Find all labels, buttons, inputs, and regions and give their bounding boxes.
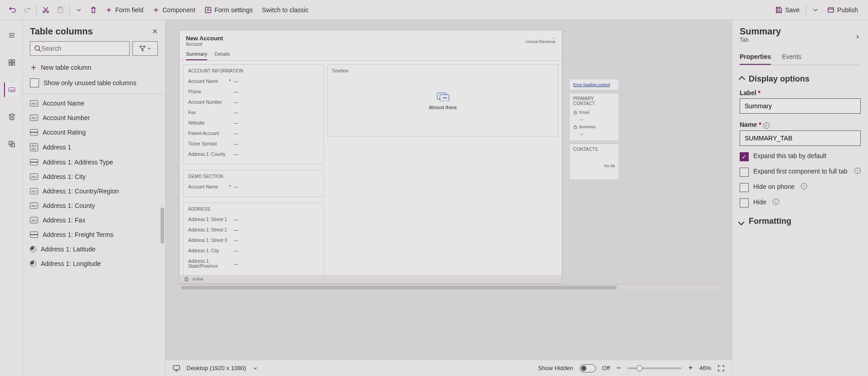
undo-button[interactable] bbox=[5, 4, 20, 16]
publish-button[interactable]: Publish bbox=[823, 4, 863, 16]
field-label: Address 1: City bbox=[188, 248, 229, 253]
expand-default-checkbox[interactable]: ✓ bbox=[740, 152, 749, 161]
form-header-more[interactable]: ... bbox=[525, 35, 556, 39]
form-preview[interactable]: New Account Account ... Annual Revenue S… bbox=[179, 30, 562, 284]
column-item[interactable]: AbcAddress 1: Fax bbox=[23, 213, 165, 227]
form-field[interactable]: Address 1: City--- bbox=[188, 246, 319, 256]
name-input[interactable] bbox=[740, 130, 861, 146]
zoom-out-button[interactable]: − bbox=[616, 363, 621, 373]
hide-phone-checkbox[interactable] bbox=[740, 183, 749, 192]
hide-phone-row[interactable]: Hide on phone i bbox=[740, 183, 861, 192]
section-display-options[interactable]: Display options bbox=[740, 74, 861, 84]
search-input-wrapper[interactable] bbox=[30, 41, 130, 56]
scrollbar-thumb[interactable] bbox=[161, 207, 164, 244]
zoom-value: 46% bbox=[699, 365, 711, 371]
expand-first-checkbox[interactable] bbox=[740, 168, 749, 177]
close-panel-button[interactable]: ✕ bbox=[152, 27, 158, 36]
field-value: --- bbox=[234, 141, 238, 146]
collapse-props-icon[interactable] bbox=[854, 34, 861, 40]
add-component-button[interactable]: Component bbox=[148, 4, 200, 16]
form-field[interactable]: Address 1: Street 3--- bbox=[188, 235, 319, 246]
column-list[interactable]: AbcAccount NameAbcAccount NumberAccount … bbox=[23, 94, 165, 376]
column-item[interactable]: Address 1: Address Type bbox=[23, 155, 165, 169]
column-item[interactable]: AbcAccount Number bbox=[23, 111, 165, 125]
rail-hamburger[interactable] bbox=[4, 28, 19, 43]
label-input[interactable] bbox=[740, 98, 861, 114]
add-form-field-button[interactable]: Form field bbox=[101, 4, 148, 16]
hide-checkbox[interactable] bbox=[740, 198, 749, 207]
column-item[interactable]: AbcAddress 1: City bbox=[23, 169, 165, 184]
rail-components[interactable] bbox=[4, 55, 19, 70]
info-icon[interactable]: i bbox=[854, 168, 861, 174]
column-item[interactable]: Address 1: Longitude bbox=[23, 256, 165, 271]
section-address[interactable]: ADDRESS Address 1: Street 1---Address 1:… bbox=[183, 202, 324, 276]
canvas-status-bar: Desktop (1920 x 1080) Show Hidden Off − … bbox=[166, 360, 732, 376]
field-value: --- bbox=[234, 152, 238, 157]
save-chevron[interactable] bbox=[808, 4, 823, 16]
form-settings-button[interactable]: Form settings bbox=[200, 4, 258, 16]
search-input[interactable] bbox=[41, 45, 126, 52]
info-icon[interactable]: i bbox=[801, 183, 807, 189]
form-field[interactable]: Parent Account--- bbox=[188, 128, 319, 139]
form-field[interactable]: Website--- bbox=[188, 118, 319, 128]
section-account-info[interactable]: ACCOUNT INFORMATION Account Name*---Phon… bbox=[183, 64, 324, 164]
error-link[interactable]: Error loading control bbox=[573, 82, 610, 87]
side-card-error[interactable]: Error loading control bbox=[569, 79, 619, 90]
zoom-slider[interactable] bbox=[627, 367, 682, 369]
paste-button[interactable] bbox=[53, 4, 68, 16]
zoom-in-button[interactable]: + bbox=[688, 363, 693, 373]
column-item[interactable]: Abc defAddress 1 bbox=[23, 140, 165, 155]
delete-button[interactable] bbox=[86, 4, 101, 16]
show-unused-checkbox[interactable] bbox=[30, 78, 39, 87]
form-field[interactable]: Address 1: State/Province--- bbox=[188, 256, 319, 271]
field-label: Website bbox=[188, 121, 229, 125]
switch-classic-button[interactable]: Switch to classic bbox=[257, 4, 313, 16]
canvas-h-scrollbar[interactable] bbox=[179, 284, 724, 290]
column-item[interactable]: Address 1: Latitude bbox=[23, 242, 165, 256]
props-tab-events[interactable]: Events bbox=[782, 49, 801, 65]
section-demo[interactable]: Demo Section Account Name*--- bbox=[183, 170, 324, 197]
section-timeline[interactable]: Timeline Almost there bbox=[327, 64, 558, 137]
form-field[interactable]: Fax--- bbox=[188, 107, 319, 118]
save-button[interactable]: Save bbox=[770, 4, 804, 16]
redo-button[interactable] bbox=[20, 4, 34, 16]
form-field[interactable]: Ticker Symbol--- bbox=[188, 139, 319, 149]
info-icon[interactable]: i bbox=[773, 198, 779, 205]
expand-first-row[interactable]: Expand first component to full tab i bbox=[740, 168, 861, 177]
filter-button[interactable] bbox=[132, 41, 158, 56]
info-icon[interactable]: i bbox=[763, 122, 770, 129]
section-formatting[interactable]: Formatting bbox=[740, 217, 861, 226]
column-item[interactable]: Address 1: Freight Terms bbox=[23, 227, 165, 242]
form-field[interactable]: Account Name*--- bbox=[188, 76, 319, 87]
new-table-column-button[interactable]: New table column bbox=[23, 60, 165, 75]
column-item[interactable]: AbcAddress 1: County bbox=[23, 198, 165, 213]
show-unused-checkbox-row[interactable]: Show only unused table columns bbox=[23, 75, 165, 94]
form-field[interactable]: Address 1: Street 1--- bbox=[188, 214, 319, 225]
column-item[interactable]: Account Rating bbox=[23, 125, 165, 140]
side-card-primary-contact[interactable]: Primary Contact Email --- Business --- bbox=[569, 93, 619, 141]
form-field[interactable]: Address 1: Street 2--- bbox=[188, 225, 319, 235]
chevron-down-icon[interactable] bbox=[253, 366, 258, 371]
column-label: Account Rating bbox=[43, 129, 86, 136]
column-item[interactable]: AbcAddress 1: Country/Region bbox=[23, 184, 165, 198]
cut-button[interactable] bbox=[39, 4, 53, 16]
form-field[interactable]: Address 1: County--- bbox=[188, 149, 319, 159]
show-hidden-toggle[interactable] bbox=[580, 364, 596, 372]
form-field[interactable]: Account Number--- bbox=[188, 97, 319, 107]
props-tab-properties[interactable]: Properties bbox=[740, 49, 771, 65]
fit-screen-icon[interactable] bbox=[717, 365, 725, 372]
expand-default-row[interactable]: ✓ Expand this tab by default bbox=[740, 152, 861, 161]
rail-columns[interactable]: Abc bbox=[4, 82, 19, 97]
hide-row[interactable]: Hide i bbox=[740, 198, 861, 207]
form-field[interactable]: Account Name*--- bbox=[188, 182, 319, 192]
column-item[interactable]: AbcAccount Name bbox=[23, 96, 165, 111]
form-field[interactable]: Phone--- bbox=[188, 87, 319, 97]
rail-tree[interactable] bbox=[4, 110, 19, 124]
side-card-contacts[interactable]: CONTACTS No da bbox=[569, 144, 619, 180]
column-label: Address 1 bbox=[43, 144, 71, 151]
rail-form-libraries[interactable] bbox=[4, 137, 19, 151]
form-tab-summary[interactable]: Summary bbox=[186, 51, 207, 60]
form-tab-details[interactable]: Details bbox=[215, 51, 230, 60]
toolbar-more-chevron[interactable] bbox=[72, 4, 86, 16]
viewport-label[interactable]: Desktop (1920 x 1080) bbox=[186, 365, 246, 371]
